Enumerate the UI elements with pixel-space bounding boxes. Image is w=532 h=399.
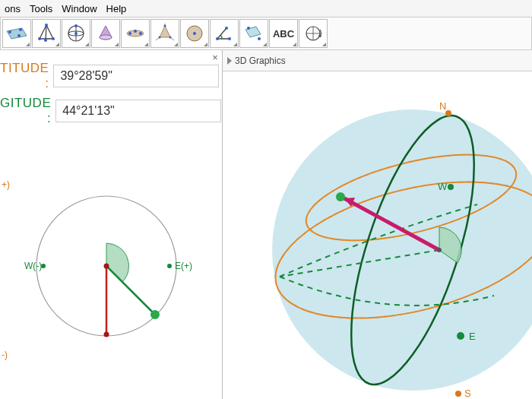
tool-plane-through-points[interactable] [2, 19, 31, 48]
south-minus-label: -) [2, 350, 8, 360]
longitude-label: GITUDE : [0, 96, 51, 126]
graphics-3d-panel: 3D Graphics [223, 50, 532, 399]
north-plus-label: +) [2, 179, 10, 190]
toolbar: ABC [0, 17, 532, 50]
svg-point-21 [193, 32, 196, 35]
svg-point-49 [457, 332, 464, 340]
disclose-icon [227, 57, 232, 65]
svg-line-31 [106, 266, 155, 315]
menu-bar: ons Tools Window Help [0, 0, 532, 17]
svg-point-23 [228, 37, 231, 40]
tool-angle[interactable] [210, 19, 239, 48]
north-label-3d: N [439, 100, 446, 112]
svg-point-12 [100, 35, 112, 40]
svg-point-16 [139, 32, 142, 35]
panel-3d-title: 3D Graphics [235, 55, 286, 66]
svg-point-15 [134, 30, 137, 33]
longitude-input[interactable] [55, 100, 221, 122]
tool-text[interactable]: ABC [269, 19, 298, 48]
coordinate-inputs: TITUDE : GITUDE : [0, 50, 222, 135]
east-label-2d: E(+) [175, 261, 192, 271]
svg-point-26 [258, 37, 261, 40]
west-label-2d: W(-) [24, 261, 42, 271]
close-icon[interactable]: × [208, 50, 222, 64]
svg-point-3 [45, 24, 48, 27]
tool-reflect-plane[interactable] [239, 19, 268, 48]
south-label-3d: S [464, 388, 471, 399]
menu-item-window[interactable]: Window [62, 3, 97, 14]
menu-item-help[interactable]: Help [106, 3, 127, 14]
east-label-3d: E [469, 331, 476, 342]
tool-pyramid[interactable] [32, 19, 61, 48]
diagram-2d: +) -) W(-) E(+) [0, 135, 222, 394]
svg-point-2 [17, 34, 21, 37]
tool-rotate-view[interactable] [299, 19, 328, 48]
svg-point-45 [336, 192, 345, 201]
tool-cone[interactable] [91, 19, 120, 48]
menu-item-tools[interactable]: Tools [30, 3, 52, 14]
latitude-label: TITUDE : [0, 61, 49, 91]
svg-point-24 [225, 27, 228, 30]
svg-point-11 [74, 24, 78, 27]
menu-item-fragment[interactable]: ons [5, 3, 21, 14]
svg-point-17 [164, 25, 166, 27]
panel-3d-header[interactable]: 3D Graphics [223, 50, 532, 71]
svg-point-35 [167, 264, 172, 268]
svg-point-25 [247, 27, 250, 30]
view-3d[interactable]: N S W E [223, 71, 532, 399]
svg-point-10 [74, 32, 78, 35]
svg-point-50 [437, 248, 442, 252]
svg-point-18 [159, 36, 161, 39]
svg-point-47 [455, 391, 461, 397]
svg-point-36 [272, 109, 532, 391]
svg-point-0 [8, 30, 11, 33]
latitude-input[interactable] [53, 65, 219, 87]
svg-point-48 [448, 184, 454, 190]
svg-point-6 [44, 39, 47, 42]
algebra-panel: × TITUDE : GITUDE : +) -) W(-) E(+) [0, 50, 223, 399]
svg-point-4 [38, 37, 41, 40]
west-label-3d: W [438, 181, 448, 192]
tool-net[interactable] [150, 19, 179, 48]
tool-circle-axis-point[interactable] [180, 19, 209, 48]
svg-point-5 [52, 37, 55, 40]
svg-point-32 [150, 310, 160, 319]
svg-point-30 [104, 332, 109, 337]
svg-point-19 [169, 36, 172, 39]
svg-point-1 [19, 28, 22, 31]
svg-point-33 [104, 264, 109, 269]
svg-point-22 [216, 37, 219, 40]
tool-sphere-center-point[interactable] [62, 19, 90, 48]
text-icon-label: ABC [273, 28, 294, 40]
tool-intersect-surfaces[interactable] [121, 19, 150, 48]
svg-point-14 [128, 32, 131, 35]
